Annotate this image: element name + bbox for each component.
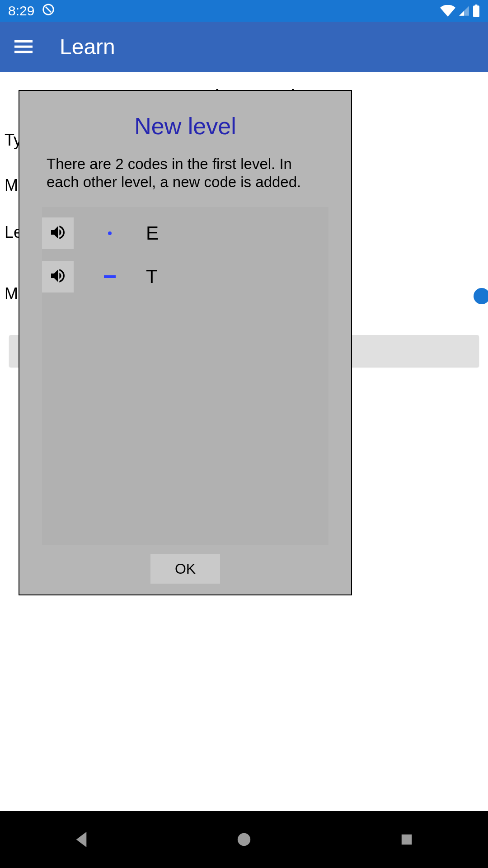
new-level-dialog: New level There are 2 codes in the first… — [19, 90, 352, 595]
dnd-icon — [42, 3, 55, 19]
app-title: Learn — [60, 34, 115, 59]
status-time: 8:29 — [8, 3, 34, 19]
svg-rect-3 — [14, 40, 33, 42]
svg-rect-4 — [14, 45, 33, 47]
morse-symbol — [74, 231, 146, 235]
nav-back-button[interactable] — [68, 826, 95, 853]
navigation-bar — [0, 811, 488, 868]
switch-knob[interactable] — [474, 288, 488, 304]
play-sound-button[interactable] — [42, 261, 74, 292]
ok-button[interactable]: OK — [150, 554, 220, 584]
play-sound-button[interactable] — [42, 217, 74, 249]
code-row: E — [42, 212, 328, 255]
code-row: T — [42, 255, 328, 298]
dialog-description: There are 2 codes in the first level. In… — [19, 155, 351, 191]
cell-icon — [458, 5, 470, 17]
battery-icon — [473, 5, 480, 17]
svg-rect-7 — [402, 835, 412, 845]
status-bar: 8:29 — [0, 0, 488, 22]
nav-recent-button[interactable] — [393, 826, 420, 853]
svg-rect-2 — [475, 5, 478, 6]
menu-icon[interactable] — [13, 36, 34, 58]
code-letter: T — [146, 266, 158, 288]
morse-symbol — [74, 275, 146, 278]
nav-home-button[interactable] — [230, 826, 258, 853]
app-bar: Learn — [0, 22, 488, 72]
svg-rect-1 — [473, 5, 479, 17]
dialog-title: New level — [19, 113, 351, 140]
speaker-icon — [49, 267, 67, 287]
codes-list: E T — [42, 207, 328, 545]
svg-rect-5 — [14, 51, 33, 53]
speaker-icon — [49, 223, 67, 243]
code-letter: E — [146, 222, 159, 244]
svg-point-6 — [238, 833, 250, 846]
wifi-icon — [440, 5, 455, 17]
